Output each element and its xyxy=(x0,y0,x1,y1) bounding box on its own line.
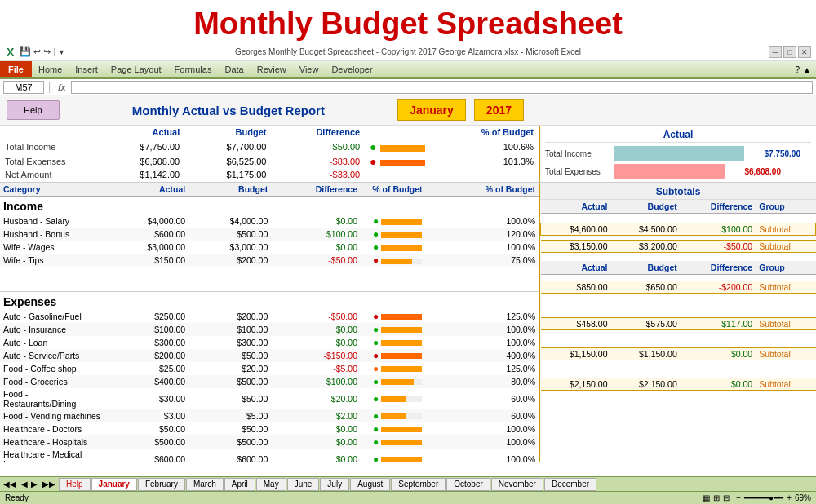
expenses-dot: ● xyxy=(370,155,376,168)
summary-budget-header: Budget xyxy=(184,126,271,139)
summary-section: Actual Budget Difference % of Budget Tot… xyxy=(0,126,816,183)
sheet-tab-june[interactable]: June xyxy=(287,478,320,491)
list-item: Food - Coffee shop $25.00 $20.00 -$5.00 … xyxy=(0,362,539,375)
sheet-tab-may[interactable]: May xyxy=(256,478,286,491)
customize-icon[interactable]: ▼ xyxy=(58,48,65,56)
actual-income-value: $7,750.00 xyxy=(747,149,800,158)
month-badge: January xyxy=(397,99,466,121)
actual-panel-title: Actual xyxy=(545,129,811,143)
excel-logo-icon: X xyxy=(7,46,14,59)
list-item xyxy=(0,267,539,275)
formula-bar: │ fx xyxy=(0,79,816,95)
list-item: Auto - Service/Parts $200.00 $50.00 -$15… xyxy=(0,349,539,362)
minimize-button[interactable]: ─ xyxy=(769,46,782,58)
actual-income-row: Total Income $7,750.00 xyxy=(545,146,811,161)
zoom-out-icon[interactable]: − xyxy=(736,493,741,502)
list-item: Auto - Gasoline/Fuel $250.00 $200.00 -$5… xyxy=(0,310,539,323)
sheet-tab-april[interactable]: April xyxy=(224,478,255,491)
list-item xyxy=(541,214,816,223)
list-item: Husband - Bonus $600.00 $500.00 $100.00 … xyxy=(0,228,539,241)
sheet-tab-january[interactable]: January xyxy=(91,478,137,491)
undo-icon[interactable]: ↩ xyxy=(33,46,41,57)
home-tab[interactable]: Home xyxy=(32,61,69,77)
subtotal-row-6: $2,150.00 $2,150.00 $0.00 Subtotal xyxy=(541,378,816,390)
review-tab[interactable]: Review xyxy=(251,61,293,77)
subtotals-header-row: Actual Budget Difference Group xyxy=(541,200,816,214)
summary-header-row: Actual Budget Difference % of Budget xyxy=(0,126,539,139)
tab-next-icon[interactable]: ▶▶ xyxy=(39,480,59,489)
summary-income-row: Total Income $7,750.00 $7,700.00 $50.00 … xyxy=(0,139,539,155)
quick-access-separator: | xyxy=(53,47,55,56)
subtotal-row-3: $850.00 $650.00 -$200.00 Subtotal xyxy=(541,281,816,293)
view-break-icon[interactable]: ⊟ xyxy=(723,493,730,502)
excel-window-title: Georges Monthly Budget Spreadsheet - Cop… xyxy=(235,47,581,56)
redo-icon[interactable]: ↪ xyxy=(43,46,51,57)
main-content: Help Monthly Actual vs Budget Report Jan… xyxy=(0,95,816,462)
sheet-tab-september[interactable]: September xyxy=(391,478,446,491)
actual-income-bar xyxy=(614,146,744,161)
subtotal-row-1: $4,600.00 $4,500.00 $100.00 Subtotal xyxy=(541,223,816,236)
tab-prev-one-icon[interactable]: ◀ xyxy=(20,480,29,489)
list-item xyxy=(541,253,816,261)
summary-left: Actual Budget Difference % of Budget Tot… xyxy=(0,126,539,182)
page-title: Monthly Budget Spreadsheet xyxy=(0,7,816,42)
bottom-bar: ◀◀ ◀ ▶ ▶▶ Help January February March Ap… xyxy=(0,476,816,504)
list-item: Healthcare - Hospitals $500.00 $500.00 $… xyxy=(0,435,539,449)
actual-panel: Actual Total Income $7,750.00 Total Expe… xyxy=(539,126,816,182)
status-ready: Ready xyxy=(5,493,29,502)
sheet-tab-october[interactable]: October xyxy=(446,478,490,491)
sheet-tab-help[interactable]: Help xyxy=(59,478,91,491)
view-normal-icon[interactable]: ▦ xyxy=(703,493,710,502)
list-item xyxy=(0,283,539,291)
subtotal-row-2: $3,150.00 $3,200.00 -$50.00 Subtotal xyxy=(541,241,816,253)
subtotal-row-4: $458.00 $575.00 $117.00 Subtotal xyxy=(541,317,816,329)
sheet-tab-august[interactable]: August xyxy=(350,478,390,491)
excel-titlebar: X 💾 ↩ ↪ | ▼ Georges Monthly Budget Sprea… xyxy=(0,43,816,61)
tab-bar: ◀◀ ◀ ▶ ▶▶ Help January February March Ap… xyxy=(0,476,816,491)
summary-pct-header: % of Budget xyxy=(430,126,539,139)
sheet-tab-december[interactable]: December xyxy=(544,478,596,491)
sheet-tab-july[interactable]: July xyxy=(320,478,349,491)
help-ribbon-icon[interactable]: ? xyxy=(796,65,800,74)
ribbon-collapse-icon[interactable]: ▲ xyxy=(803,65,811,74)
list-item xyxy=(0,275,539,283)
data-tab[interactable]: Data xyxy=(218,61,250,77)
formula-fx-icon: fx xyxy=(56,82,68,92)
tab-next-one-icon[interactable]: ▶ xyxy=(29,480,39,489)
title-area: Monthly Budget Spreadsheet xyxy=(0,0,816,43)
expenses-section-header: Expenses xyxy=(0,291,539,310)
developer-tab[interactable]: Developer xyxy=(325,61,379,77)
year-badge: 2017 xyxy=(474,99,524,121)
view-layout-icon[interactable]: ⊞ xyxy=(713,493,720,502)
list-item: Food - Groceries $400.00 $500.00 $100.00… xyxy=(0,375,539,388)
insert-tab[interactable]: Insert xyxy=(69,61,104,77)
cell-reference-box[interactable] xyxy=(3,81,44,94)
help-button[interactable]: Help xyxy=(7,100,60,120)
formulas-tab[interactable]: Formulas xyxy=(168,61,219,77)
sheet-tab-march[interactable]: March xyxy=(186,478,224,491)
list-item: Food - Restaurants/Dining $30.00 $50.00 … xyxy=(0,388,539,409)
zoom-slider[interactable]: ━━━━━●━━ xyxy=(744,493,783,502)
close-button[interactable]: ✕ xyxy=(798,46,811,58)
summary-diff-header: Difference xyxy=(271,126,365,139)
list-item: Auto - Insurance $100.00 $100.00 $0.00 ●… xyxy=(0,323,539,336)
view-tab[interactable]: View xyxy=(293,61,326,77)
tab-prev-icon[interactable]: ◀◀ xyxy=(0,480,20,489)
sheet-tab-november[interactable]: November xyxy=(491,478,543,491)
list-item xyxy=(541,274,816,281)
zoom-in-icon[interactable]: + xyxy=(787,493,792,502)
actual-expenses-label: Total Expenses xyxy=(545,167,610,176)
list-item: Auto - Loan $300.00 $300.00 $0.00 ● 100.… xyxy=(0,336,539,349)
save-icon[interactable]: 💾 xyxy=(20,46,31,57)
maximize-button[interactable]: □ xyxy=(783,46,796,58)
list-item: Wife - Wages $3,000.00 $3,000.00 $0.00 ●… xyxy=(0,241,539,254)
actual-expenses-row: Total Expenses $6,608.00 xyxy=(545,164,811,179)
formula-input[interactable] xyxy=(71,81,813,94)
actual-income-label: Total Income xyxy=(545,149,610,158)
list-item: Food - Vending machines $3.00 $5.00 $2.0… xyxy=(0,409,539,422)
file-tab[interactable]: File xyxy=(0,61,32,77)
income-section-header: Income xyxy=(0,197,539,215)
sheet-tab-february[interactable]: February xyxy=(138,478,185,491)
page-layout-tab[interactable]: Page Layout xyxy=(104,61,168,77)
formula-divider: │ xyxy=(47,82,53,92)
